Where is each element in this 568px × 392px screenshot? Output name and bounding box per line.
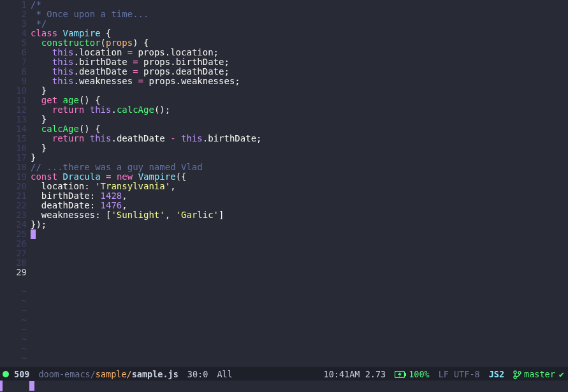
battery-icon [395,371,406,378]
line-number: 2 [0,10,27,19]
code-line[interactable]: this.location = props.location; [31,48,568,57]
code-line[interactable]: this.birthDate = props.birthDate; [31,57,568,67]
code-line[interactable]: /* [31,0,568,10]
empty-line-tilde: ~ [0,316,27,325]
line-number: 3 [0,19,27,29]
line-number: 6 [0,48,27,57]
code-line[interactable]: } [31,153,568,163]
code-editor[interactable]: 1234567891011121314151617181920212223242… [0,0,568,367]
scroll-percent: All [217,369,232,379]
line-number: 13 [0,115,27,124]
code-content[interactable]: /* * Once upon a time... */class Vampire… [31,0,568,367]
empty-line-tilde: ~ [0,344,27,354]
line-number: 28 [0,258,27,268]
code-line[interactable]: deathDate: 1476, [31,201,568,210]
line-number: 1 [0,0,27,10]
line-number: 22 [0,201,27,210]
empty-line-tilde: ~ [0,325,27,335]
code-line[interactable]: birthDate: 1428, [31,191,568,201]
line-number: 7 [0,57,27,67]
code-line[interactable]: }); [31,220,568,229]
line-number: 4 [0,29,27,38]
line-number: 19 [0,172,27,182]
line-number: 23 [0,210,27,220]
code-line[interactable]: * Once upon a time... [31,10,568,19]
line-number: 27 [0,249,27,258]
empty-line-tilde: ~ [0,335,27,344]
major-mode: JS2 [489,369,504,379]
byte-position: 509 [14,369,29,379]
battery-indicator: 100% [395,369,430,379]
code-line[interactable]: } [31,115,568,124]
line-number: 5 [0,38,27,48]
checker-ok-icon: ✔ [559,369,564,379]
cursor-position: 30:0 [187,369,208,379]
code-line[interactable]: const Dracula = new Vampire({ [31,172,568,182]
code-line[interactable]: weaknesses: ['Sunlight', 'Garlic'] [31,210,568,220]
code-line[interactable]: calcAge() { [31,124,568,134]
code-line[interactable]: } [31,143,568,153]
line-number: 17 [0,153,27,163]
code-line[interactable]: // ...there was a guy named Vlad [31,163,568,172]
code-line[interactable]: } [31,86,568,96]
code-line[interactable]: class Vampire { [31,29,568,38]
minibuffer-indicator-bar [0,381,3,391]
empty-line-tilde: ~ [0,306,27,316]
line-number: 25 [0,229,27,239]
file-name: sample.js [132,369,178,379]
svg-point-4 [518,372,521,374]
line-number: 15 [0,134,27,143]
svg-point-3 [514,376,516,379]
line-number: 8 [0,67,27,76]
vcs-branch: master [513,369,555,379]
git-branch-icon [513,370,521,379]
code-line[interactable]: get age() { [31,96,568,105]
code-line[interactable]: return this.calcAge(); [31,105,568,115]
code-line[interactable]: */ [31,19,568,29]
code-line[interactable]: location: 'Transylvania', [31,182,568,191]
line-number: 10 [0,86,27,96]
text-cursor [31,229,36,239]
svg-rect-1 [405,373,406,376]
empty-line-tilde: ~ [0,287,27,296]
line-number: 18 [0,163,27,172]
line-number: 26 [0,239,27,249]
buffer-path: doom-emacs/sample/sample.js [38,369,178,379]
empty-line-tilde: ~ [0,354,27,363]
line-number: 24 [0,220,27,229]
project-name: doom-emacs/ [38,369,95,379]
line-number: 29 [0,268,27,277]
svg-point-2 [514,371,516,374]
state-indicator-icon [3,371,9,377]
folder-name: sample/ [96,369,132,379]
code-line[interactable]: return this.deathDate - this.birthDate; [31,134,568,143]
line-number: 21 [0,191,27,201]
code-line[interactable] [31,229,568,239]
line-number: 14 [0,124,27,134]
modeline: 509 doom-emacs/sample/sample.js 30:0 All… [0,367,568,381]
empty-line-tilde: ~ [0,296,27,306]
line-number: 20 [0,182,27,191]
code-line[interactable]: this.deathDate = props.deathDate; [31,67,568,76]
encoding: LF UTF-8 [439,369,480,379]
code-line[interactable]: constructor(props) { [31,38,568,48]
line-number: 16 [0,143,27,153]
line-number: 12 [0,105,27,115]
clock: 10:41AM 2.73 [324,369,386,379]
minibuffer[interactable] [0,381,568,392]
line-number: 11 [0,96,27,105]
line-number-gutter: 1234567891011121314151617181920212223242… [0,0,31,367]
line-number: 9 [0,76,27,86]
minibuffer-cursor [29,381,34,391]
code-line[interactable]: this.weaknesses = props.weaknesses; [31,76,568,86]
